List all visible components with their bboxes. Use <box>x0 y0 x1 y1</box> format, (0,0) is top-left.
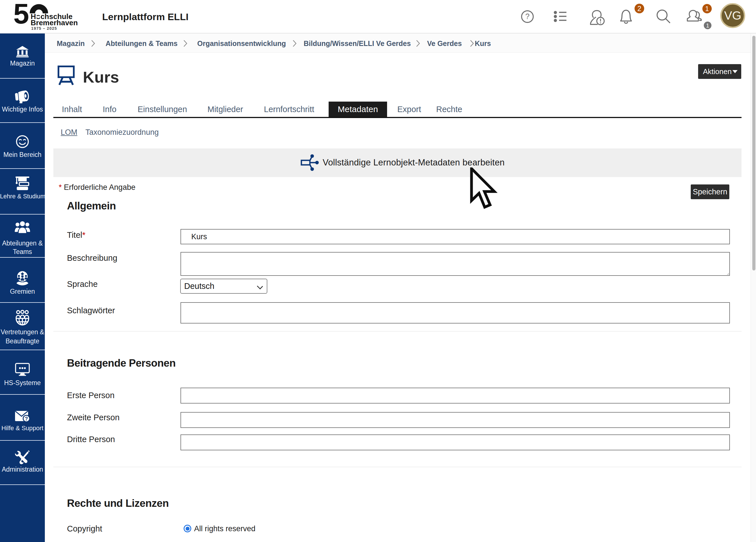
svg-text:1: 1 <box>706 22 709 29</box>
svg-text:2: 2 <box>637 5 641 12</box>
svg-text:?: ? <box>25 416 28 422</box>
svg-text:1: 1 <box>705 5 709 12</box>
svg-text:?: ? <box>525 12 530 21</box>
